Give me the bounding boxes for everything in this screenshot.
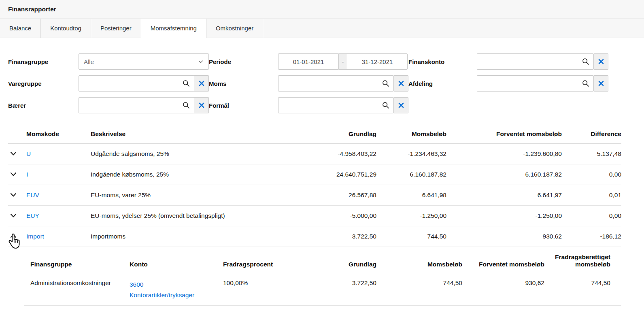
clear-icon[interactable] bbox=[194, 75, 209, 92]
momsbeloeb-value: -1.250,00 bbox=[376, 206, 446, 226]
col-beskrivelse: Beskrivelse bbox=[91, 127, 283, 144]
col-forventet-momsbeloeb: Forventet momsbeløb bbox=[462, 247, 544, 274]
grundlag-value: -4.958.403,22 bbox=[283, 144, 376, 164]
select-caret-icon bbox=[198, 59, 204, 64]
vat-table-header-row: Momskode Beskrivelse Grundlag Momsbeløb … bbox=[8, 127, 621, 144]
difference-value: -186,12 bbox=[562, 226, 621, 247]
forventet-value: 930,62 bbox=[446, 226, 562, 247]
fradragsprocent-value: 100,00% bbox=[223, 274, 284, 306]
finansgruppe-value: Administrationsomkostninger bbox=[24, 274, 130, 306]
formaal-label: Formål bbox=[209, 102, 278, 109]
clear-icon[interactable] bbox=[594, 75, 608, 92]
col-grundlag: Grundlag bbox=[283, 127, 376, 144]
beskrivelse-text: Importmoms bbox=[91, 226, 283, 247]
periode-from-input[interactable] bbox=[278, 53, 339, 70]
momskode-link[interactable]: Import bbox=[26, 233, 44, 240]
col-grundlag: Grundlag bbox=[284, 247, 376, 274]
beskrivelse-text: EU-moms, varer 25% bbox=[91, 185, 283, 206]
chevron-down-icon[interactable] bbox=[8, 211, 19, 220]
page-title: Finansrapporter bbox=[8, 6, 636, 13]
grundlag-value: -5.000,00 bbox=[283, 206, 376, 226]
forventet-value: -1.239.600,80 bbox=[446, 144, 562, 164]
konto-cell: 3600 Kontorartikler/tryksager bbox=[130, 274, 223, 306]
momsbeloeb-value: 744,50 bbox=[376, 226, 446, 247]
search-icon[interactable] bbox=[582, 80, 589, 87]
formaal-input[interactable] bbox=[283, 102, 380, 109]
momsbeloeb-value: -1.234.463,32 bbox=[376, 144, 446, 164]
afdeling-field bbox=[477, 75, 608, 92]
finanskonto-label: Finanskonto bbox=[408, 58, 477, 65]
baerer-field bbox=[79, 97, 209, 113]
col-momsbeloeb: Momsbeløb bbox=[376, 247, 462, 274]
chevron-up-icon[interactable] bbox=[8, 232, 19, 241]
moms-input[interactable] bbox=[283, 80, 380, 87]
periode-separator: - bbox=[339, 53, 347, 70]
momsbeloeb-value: 6.160.187,82 bbox=[376, 164, 446, 185]
table-row: I Indgående købsmoms, 25% 24.640.751,29 … bbox=[8, 164, 621, 185]
afdeling-input[interactable] bbox=[481, 80, 580, 87]
table-row: EUY EU-moms, ydelser 25% (omvendt betali… bbox=[8, 206, 621, 226]
momsbeloeb-value: 6.641,98 bbox=[376, 185, 446, 206]
search-icon[interactable] bbox=[183, 80, 190, 87]
forventet-value: 6.641,97 bbox=[446, 185, 562, 206]
clear-icon[interactable] bbox=[394, 97, 408, 113]
finanskonto-field bbox=[477, 53, 608, 70]
difference-value: 0,01 bbox=[562, 185, 621, 206]
import-detail-section: Finansgruppe Konto Fradragsprocent Grund… bbox=[24, 247, 621, 306]
tab-balance[interactable]: Balance bbox=[0, 19, 41, 38]
detail-row: Administrationsomkostninger 3600 Kontora… bbox=[24, 274, 621, 306]
import-detail-table: Finansgruppe Konto Fradragsprocent Grund… bbox=[24, 247, 621, 306]
search-icon[interactable] bbox=[183, 102, 190, 109]
momskode-link[interactable]: U bbox=[26, 150, 31, 157]
beskrivelse-text: EU-moms, ydelser 25% (omvendt betalingsp… bbox=[91, 206, 283, 226]
momskode-link[interactable]: EUV bbox=[26, 192, 39, 198]
clear-icon[interactable] bbox=[194, 97, 209, 113]
tab-bar: Balance Kontoudtog Posteringer Momsafste… bbox=[0, 19, 644, 38]
periode-field: - bbox=[278, 53, 408, 70]
clear-icon[interactable] bbox=[594, 53, 608, 70]
table-row-expanded: Import Importmoms 3.722,50 744,50 930,62… bbox=[8, 226, 621, 247]
forventet-value: -1.250,00 bbox=[446, 206, 562, 226]
chevron-down-icon[interactable] bbox=[8, 190, 19, 199]
search-icon[interactable] bbox=[582, 58, 589, 65]
tab-momsafstemning[interactable]: Momsafstemning bbox=[141, 19, 206, 38]
col-momsbeloeb: Momsbeløb bbox=[376, 127, 446, 144]
fradragsberettiget-value: 744,50 bbox=[544, 274, 621, 306]
varegruppe-input[interactable] bbox=[83, 80, 180, 87]
search-icon[interactable] bbox=[382, 80, 389, 87]
forventet-value: 6.160.187,82 bbox=[446, 164, 562, 185]
konto-name-link[interactable]: Kontorartikler/tryksager bbox=[130, 290, 223, 300]
periode-to-input[interactable] bbox=[347, 53, 408, 70]
finansgruppe-selected-value: Alle bbox=[84, 58, 94, 65]
finansgruppe-select[interactable]: Alle bbox=[79, 53, 209, 70]
clear-icon[interactable] bbox=[394, 75, 408, 92]
konto-number-link[interactable]: 3600 bbox=[130, 279, 223, 290]
col-konto: Konto bbox=[130, 247, 223, 274]
baerer-input[interactable] bbox=[83, 102, 180, 109]
tab-omkostninger[interactable]: Omkostninger bbox=[206, 19, 263, 38]
periode-label: Periode bbox=[209, 58, 278, 65]
grundlag-value: 26.567,88 bbox=[283, 185, 376, 206]
finanskonto-input[interactable] bbox=[481, 58, 580, 65]
col-finansgruppe: Finansgruppe bbox=[24, 247, 130, 274]
difference-value: 0,00 bbox=[562, 164, 621, 185]
afdeling-label: Afdeling bbox=[408, 80, 477, 87]
chevron-down-icon[interactable] bbox=[8, 170, 19, 179]
finansrapporter-app: Finansrapporter Balance Kontoudtog Poste… bbox=[0, 0, 644, 313]
tab-posteringer[interactable]: Posteringer bbox=[91, 19, 141, 38]
tab-kontoudtog[interactable]: Kontoudtog bbox=[41, 19, 91, 38]
grundlag-value: 3.722,50 bbox=[284, 274, 376, 306]
varegruppe-label: Varegruppe bbox=[8, 80, 79, 87]
finansgruppe-field: Alle bbox=[79, 53, 209, 70]
filter-panel: Finansgruppe Alle Periode - Finanskonto bbox=[8, 53, 636, 113]
search-icon[interactable] bbox=[382, 102, 389, 109]
forventet-value: 930,62 bbox=[462, 274, 544, 306]
momskode-link[interactable]: I bbox=[26, 171, 28, 178]
detail-header-row: Finansgruppe Konto Fradragsprocent Grund… bbox=[24, 247, 621, 274]
beskrivelse-text: Udgående salgsmoms, 25% bbox=[91, 144, 283, 164]
difference-value: 0,00 bbox=[562, 206, 621, 226]
chevron-down-icon[interactable] bbox=[8, 149, 19, 158]
grundlag-value: 3.722,50 bbox=[283, 226, 376, 247]
momskode-link[interactable]: EUY bbox=[26, 212, 39, 219]
moms-label: Moms bbox=[209, 80, 278, 87]
